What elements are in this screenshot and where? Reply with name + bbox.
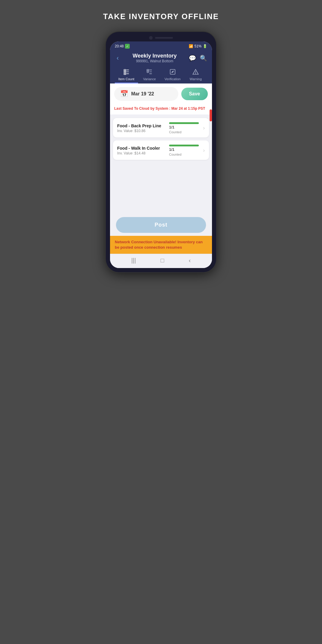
status-check-icon: ✓	[125, 44, 130, 49]
back-button[interactable]: ‹	[115, 54, 120, 63]
item-count-icon	[123, 69, 130, 77]
progress-count-1: 1/1 Counted	[169, 122, 199, 134]
header-top: ‹ Weekly Inventory 999991, Walnut Bottom…	[115, 53, 207, 63]
inventory-name-1: Food - Back Prep Line	[117, 123, 166, 128]
inventory-value-1: Inv. Value :$10.86	[117, 129, 166, 133]
back-nav-icon[interactable]: ‹	[189, 257, 191, 264]
count-label-2: 1/1	[169, 147, 174, 152]
chat-icon[interactable]: 💬	[189, 55, 196, 62]
signal-icon: 📶	[189, 44, 193, 48]
progress-count-2: 1/1 Counted	[169, 145, 199, 156]
progress-bar-bg-1	[169, 122, 199, 124]
tab-variance[interactable]: Variance	[138, 66, 161, 83]
inventory-name-2: Food - Walk In Cooler	[117, 146, 166, 151]
phone-notch	[110, 36, 212, 40]
list-item[interactable]: Food - Walk In Cooler Inv. Value :$14.48…	[113, 140, 209, 160]
svg-rect-4	[124, 71, 126, 73]
count-label-1: 1/1	[169, 125, 174, 129]
inventory-value-2: Inv. Value :$14.48	[117, 151, 166, 155]
status-right: 📶 51% 🔋	[189, 44, 207, 48]
svg-rect-5	[124, 73, 126, 75]
tab-verification[interactable]: Verification	[161, 66, 184, 83]
red-accent-bar	[210, 109, 212, 121]
counted-label-1: Counted	[169, 130, 182, 134]
post-area: Post	[110, 212, 212, 236]
status-left: 20:48 ✓	[115, 44, 130, 49]
chevron-right-icon-1: ›	[203, 125, 205, 131]
network-warning-bar: Network Connection Unavailable! Inventor…	[110, 236, 212, 254]
tab-item-count[interactable]: Item Count	[115, 66, 138, 83]
header-title: Weekly Inventory	[120, 53, 189, 59]
phone-screen: 20:48 ✓ 📶 51% 🔋 ‹ Weekly Inventory 99999…	[110, 41, 212, 268]
inventory-list: Food - Back Prep Line Inv. Value :$10.86…	[110, 114, 212, 212]
chevron-right-icon-2: ›	[203, 147, 205, 154]
progress-bar-fill-2	[169, 145, 199, 146]
menu-icon[interactable]: |||	[131, 257, 136, 264]
verification-icon	[169, 69, 176, 77]
notch-speaker	[155, 37, 173, 39]
battery-pct: 51%	[194, 44, 202, 48]
post-button[interactable]: Post	[116, 217, 206, 233]
progress-bar-bg-2	[169, 145, 199, 146]
tab-variance-label: Variance	[143, 77, 156, 81]
calendar-icon: 📅	[120, 90, 128, 98]
last-saved-bar: Last Saved To Cloud by System : Mar 24 a…	[110, 104, 212, 114]
home-icon[interactable]: □	[160, 257, 164, 264]
date-text: Mar 19 '22	[131, 91, 154, 97]
header-subtitle: 999991, Walnut Bottom	[120, 59, 189, 63]
battery-icon: 🔋	[203, 44, 207, 48]
tab-item-count-label: Item Count	[118, 77, 134, 81]
status-time: 20:48	[115, 44, 124, 48]
svg-rect-6	[147, 69, 149, 71]
bottom-nav: ||| □ ‹	[110, 254, 212, 268]
page-title: TAKE INVENTORY OFFLINE	[103, 12, 219, 21]
svg-rect-0	[124, 69, 126, 71]
tab-warning-label: Warning	[190, 77, 202, 81]
date-pill[interactable]: 📅 Mar 19 '22	[114, 87, 178, 101]
notch-camera	[149, 36, 153, 40]
warning-icon	[192, 69, 199, 77]
progress-bar-fill-1	[169, 122, 199, 124]
header-icons: 💬 🔍	[189, 55, 207, 62]
counted-label-2: Counted	[169, 153, 182, 156]
status-bar: 20:48 ✓ 📶 51% 🔋	[110, 41, 212, 50]
svg-point-10	[147, 71, 149, 73]
header-title-block: Weekly Inventory 999991, Walnut Bottom	[120, 53, 189, 63]
app-header: ‹ Weekly Inventory 999991, Walnut Bottom…	[110, 50, 212, 83]
variance-icon	[146, 69, 153, 77]
list-item[interactable]: Food - Back Prep Line Inv. Value :$10.86…	[113, 118, 209, 137]
last-saved-text: Last Saved To Cloud by System : Mar 24 a…	[114, 106, 205, 111]
network-warning-text: Network Connection Unavailable! Inventor…	[115, 239, 207, 250]
date-save-row: 📅 Mar 19 '22 Save	[110, 83, 212, 104]
tab-warning[interactable]: Warning	[184, 66, 208, 83]
search-icon[interactable]: 🔍	[200, 55, 207, 62]
tab-verification-label: Verification	[165, 77, 181, 81]
save-button[interactable]: Save	[181, 88, 208, 100]
phone-frame: 20:48 ✓ 📶 51% 🔋 ‹ Weekly Inventory 99999…	[106, 32, 216, 272]
inventory-info-1: Food - Back Prep Line Inv. Value :$10.86	[117, 123, 166, 133]
inventory-info-2: Food - Walk In Cooler Inv. Value :$14.48	[117, 146, 166, 155]
svg-point-16	[196, 73, 196, 74]
nav-tabs: Item Count Variance Verification	[115, 66, 207, 83]
